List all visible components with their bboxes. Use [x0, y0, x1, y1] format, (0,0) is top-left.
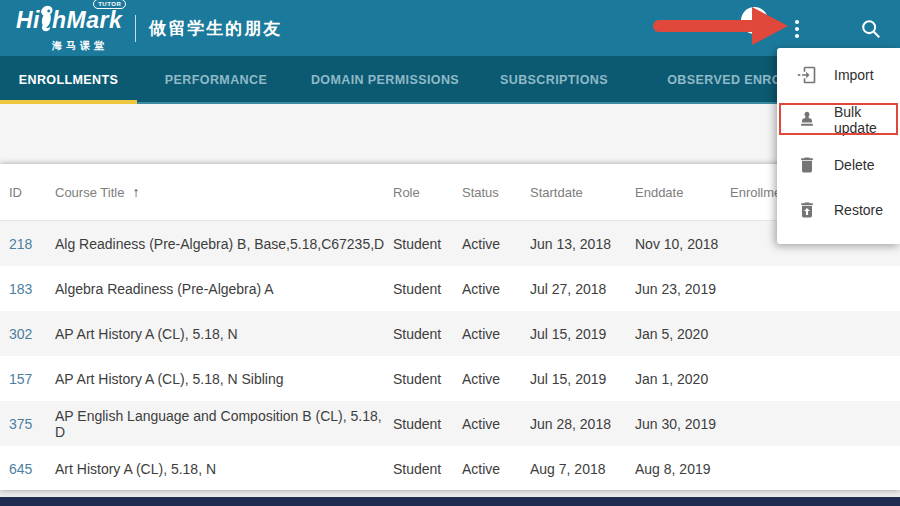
- brand-text-left: Hi: [16, 9, 40, 32]
- role-cell: Student: [393, 461, 462, 477]
- menu-item-label: Delete: [834, 157, 874, 173]
- menu-item-restore[interactable]: Restore: [777, 187, 900, 232]
- enrollment-id-link[interactable]: 645: [0, 461, 55, 477]
- column-header-id[interactable]: ID: [0, 185, 55, 200]
- startdate-cell: Jul 15, 2019: [530, 371, 635, 387]
- brand-chinese-name: 海马课堂: [52, 39, 122, 53]
- startdate-cell: Jun 28, 2018: [530, 416, 635, 432]
- role-cell: Student: [393, 281, 462, 297]
- footer-strip: [0, 490, 900, 497]
- kebab-menu-icon[interactable]: [786, 15, 808, 42]
- tab-subscriptions[interactable]: SUBSCRIPTIONS: [475, 56, 633, 104]
- enddate-cell: Nov 10, 2018: [635, 236, 730, 252]
- menu-item-label: Restore: [834, 202, 883, 218]
- enddate-cell: Jan 5, 2020: [635, 326, 730, 342]
- brand-badge: TUTOR: [93, 0, 126, 9]
- brand-wordmark: Hi hMark TUTOR: [16, 4, 122, 38]
- column-header-enddate[interactable]: Enddate: [635, 185, 730, 200]
- bottom-bar: [0, 497, 900, 506]
- role-cell: Student: [393, 371, 462, 387]
- column-header-status[interactable]: Status: [462, 185, 530, 200]
- sort-ascending-icon: ↑: [132, 184, 139, 200]
- status-cell: Active: [462, 281, 530, 297]
- table-row[interactable]: 302 AP Art History A (CL), 5.18, N Stude…: [0, 311, 900, 356]
- table-row[interactable]: 218 Alg Readiness (Pre-Algebra) B, Base,…: [0, 221, 900, 266]
- table-row[interactable]: 157 AP Art History A (CL), 5.18, N Sibli…: [0, 356, 900, 401]
- course-title-cell: Art History A (CL), 5.18, N: [55, 461, 393, 477]
- status-cell: Active: [462, 236, 530, 252]
- brand-tagline: 做留学生的朋友: [149, 17, 282, 40]
- enddate-cell: Jan 1, 2020: [635, 371, 730, 387]
- enddate-cell: Jun 23, 2019: [635, 281, 730, 297]
- tab-bar: ENROLLMENTS PERFORMANCE DOMAIN PERMISSIO…: [0, 56, 900, 104]
- table-row[interactable]: 183 Algebra Readiness (Pre-Algebra) A St…: [0, 266, 900, 311]
- course-title-cell: Algebra Readiness (Pre-Algebra) A: [55, 281, 393, 297]
- status-cell: Active: [462, 416, 530, 432]
- brand-text-right: hMark: [52, 9, 122, 32]
- menu-item-label: Bulk update: [834, 104, 900, 136]
- enddate-cell: Aug 8, 2019: [635, 461, 730, 477]
- menu-item-import[interactable]: Import: [777, 52, 900, 97]
- enrollment-id-link[interactable]: 302: [0, 326, 55, 342]
- startdate-cell: Aug 7, 2018: [530, 461, 635, 477]
- tab-enrollments[interactable]: ENROLLMENTS: [0, 56, 137, 104]
- role-cell: Student: [393, 416, 462, 432]
- table-row[interactable]: 375 AP English Language and Composition …: [0, 401, 900, 446]
- table-header-row: ID Course Title↑ Role Status Startdate E…: [0, 164, 900, 221]
- column-header-course-title[interactable]: Course Title↑: [55, 184, 393, 200]
- restore-icon: [797, 200, 817, 220]
- tab-domain-permissions[interactable]: DOMAIN PERMISSIONS: [295, 56, 475, 104]
- role-cell: Student: [393, 236, 462, 252]
- course-title-cell: AP Art History A (CL), 5.18, N Sibling: [55, 371, 393, 387]
- column-header-startdate[interactable]: Startdate: [530, 185, 635, 200]
- table-row[interactable]: 645 Art History A (CL), 5.18, N Student …: [0, 446, 900, 490]
- status-cell: Active: [462, 461, 530, 477]
- status-cell: Active: [462, 371, 530, 387]
- course-title-cell: AP Art History A (CL), 5.18, N: [55, 326, 393, 342]
- course-title-cell: AP English Language and Composition B (C…: [55, 408, 393, 440]
- startdate-cell: Jul 27, 2018: [530, 281, 635, 297]
- status-cell: Active: [462, 326, 530, 342]
- menu-item-delete[interactable]: Delete: [777, 142, 900, 187]
- import-icon: [797, 65, 817, 85]
- role-cell: Student: [393, 326, 462, 342]
- column-header-role[interactable]: Role: [393, 185, 462, 200]
- search-icon[interactable]: [856, 14, 886, 44]
- app-window: Hi hMark TUTOR 海马课堂 做留学生的朋友: [0, 0, 900, 506]
- startdate-cell: Jul 15, 2019: [530, 326, 635, 342]
- trash-icon: [797, 155, 817, 175]
- top-app-bar: Hi hMark TUTOR 海马课堂 做留学生的朋友: [0, 0, 900, 56]
- stamp-icon: [797, 110, 817, 130]
- enrollments-table-card: ID Course Title↑ Role Status Startdate E…: [0, 164, 900, 490]
- menu-item-bulk-update[interactable]: Bulk update: [777, 97, 900, 142]
- logo: Hi hMark TUTOR 海马课堂 做留学生的朋友: [16, 4, 282, 53]
- enrollment-id-link[interactable]: 157: [0, 371, 55, 387]
- startdate-cell: Jun 13, 2018: [530, 236, 635, 252]
- enrollment-id-link[interactable]: 183: [0, 281, 55, 297]
- tab-performance[interactable]: PERFORMANCE: [137, 56, 295, 104]
- content-area: ID Course Title↑ Role Status Startdate E…: [0, 104, 900, 490]
- table-body: 218 Alg Readiness (Pre-Algebra) B, Base,…: [0, 221, 900, 490]
- logo-divider: [135, 15, 136, 42]
- menu-item-label: Import: [834, 67, 874, 83]
- actions-dropdown-menu: Import Bulk update Delete Restore: [777, 48, 900, 244]
- enrollment-id-link[interactable]: 218: [0, 236, 55, 252]
- annotation-arrow: [653, 20, 793, 32]
- enrollment-id-link[interactable]: 375: [0, 416, 55, 432]
- course-title-cell: Alg Readiness (Pre-Algebra) B, Base,5.18…: [55, 236, 393, 252]
- enddate-cell: Jun 30, 2019: [635, 416, 730, 432]
